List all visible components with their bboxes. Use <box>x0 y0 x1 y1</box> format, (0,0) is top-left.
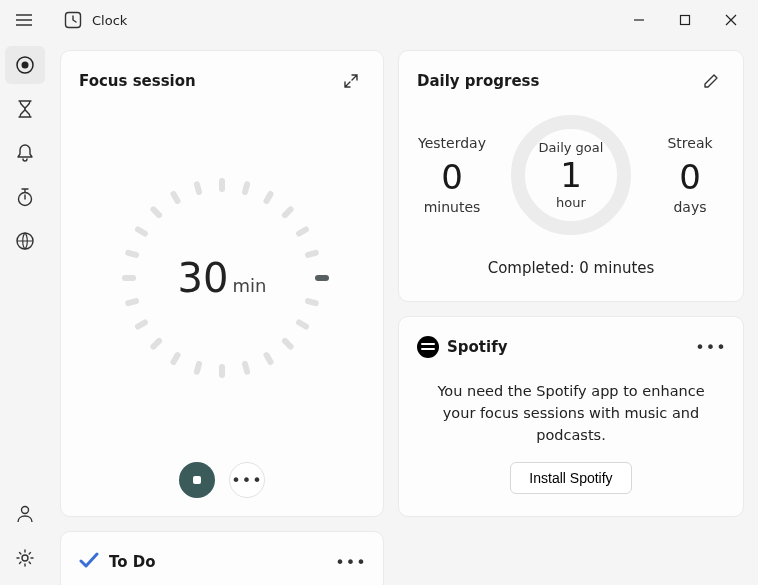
daily-progress-card: Daily progress Yesterday 0 minutes Dai <box>398 50 744 302</box>
spotify-logo-icon <box>417 336 439 358</box>
hamburger-menu-button[interactable] <box>0 0 48 40</box>
focus-sessions-icon <box>15 55 35 75</box>
sidebar-item-alarm[interactable] <box>5 134 45 172</box>
sidebar-item-account[interactable] <box>5 495 45 533</box>
more-icon: ••• <box>695 338 726 357</box>
sidebar <box>0 40 50 585</box>
sidebar-item-world-clock[interactable] <box>5 222 45 260</box>
more-options-button[interactable]: ••• <box>229 462 265 498</box>
daily-goal-ring: Daily goal 1 hour <box>511 115 631 235</box>
todo-title: To Do <box>109 553 156 571</box>
focus-duration: 30 min <box>178 255 267 301</box>
stat-yesterday: Yesterday 0 minutes <box>417 135 487 215</box>
todo-more-button[interactable]: ••• <box>337 548 365 576</box>
collapse-button[interactable] <box>337 67 365 95</box>
more-icon: ••• <box>335 553 366 572</box>
completed-text: Completed: 0 minutes <box>417 259 725 277</box>
more-icon: ••• <box>231 471 262 490</box>
hourglass-icon <box>16 99 34 119</box>
todo-check-icon <box>79 550 99 574</box>
todo-card: To Do ••• <box>60 531 384 585</box>
focus-session-card: Focus session 30 min <box>60 50 384 517</box>
stopwatch-icon <box>16 187 34 207</box>
focus-session-title: Focus session <box>79 72 196 90</box>
spotify-message: You need the Spotify app to enhance your… <box>429 381 713 446</box>
stop-icon <box>190 473 204 487</box>
svg-point-6 <box>22 507 29 514</box>
spotify-more-button[interactable]: ••• <box>697 333 725 361</box>
minimize-button[interactable] <box>616 0 662 40</box>
focus-duration-unit: min <box>232 275 266 296</box>
maximize-button[interactable] <box>662 0 708 40</box>
stat-streak: Streak 0 days <box>655 135 725 215</box>
sidebar-item-timer[interactable] <box>5 90 45 128</box>
spotify-card: Spotify ••• You need the Spotify app to … <box>398 316 744 517</box>
svg-rect-8 <box>193 476 201 484</box>
pencil-icon <box>703 73 719 89</box>
sidebar-item-settings[interactable] <box>5 539 45 577</box>
gear-icon <box>15 548 35 568</box>
svg-point-7 <box>22 555 28 561</box>
collapse-icon <box>343 73 359 89</box>
svg-point-3 <box>22 62 29 69</box>
edit-goal-button[interactable] <box>697 67 725 95</box>
globe-icon <box>15 231 35 251</box>
close-button[interactable] <box>708 0 754 40</box>
app-clock-icon <box>64 11 82 29</box>
install-spotify-button[interactable]: Install Spotify <box>510 462 631 494</box>
app-title: Clock <box>92 13 127 28</box>
sidebar-item-stopwatch[interactable] <box>5 178 45 216</box>
svg-rect-1 <box>681 16 690 25</box>
focus-dial[interactable]: 30 min <box>112 168 332 388</box>
close-icon <box>725 14 737 26</box>
bell-icon <box>16 143 34 163</box>
minimize-icon <box>633 14 645 26</box>
account-icon <box>16 504 34 524</box>
hamburger-icon <box>16 14 32 26</box>
focus-duration-value: 30 <box>178 255 229 301</box>
sidebar-item-focus-sessions[interactable] <box>5 46 45 84</box>
daily-progress-title: Daily progress <box>417 72 539 90</box>
maximize-icon <box>679 14 691 26</box>
titlebar: Clock <box>0 0 758 40</box>
stop-button[interactable] <box>179 462 215 498</box>
spotify-brand: Spotify <box>417 336 507 358</box>
